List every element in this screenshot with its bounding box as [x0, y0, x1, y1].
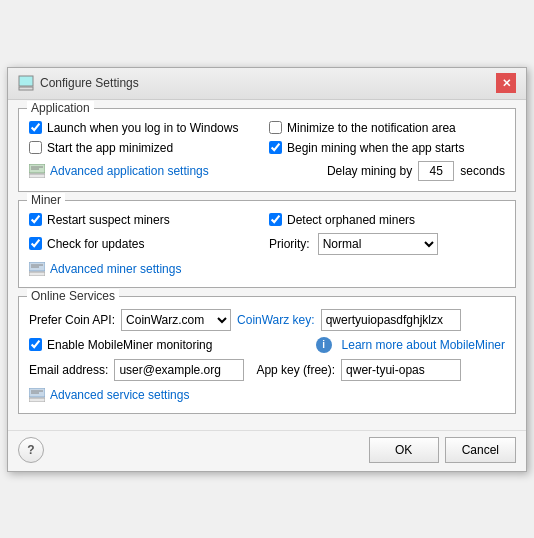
restart-miners-text: Restart suspect miners — [47, 213, 170, 227]
restart-miners-label[interactable]: Restart suspect miners — [29, 213, 170, 227]
cancel-button[interactable]: Cancel — [445, 437, 516, 463]
begin-mining-label[interactable]: Begin mining when the app starts — [269, 141, 464, 155]
learn-more-link[interactable]: Learn more about MobileMiner — [342, 338, 505, 352]
check-updates-checkbox[interactable] — [29, 237, 42, 250]
launch-text: Launch when you log in to Windows — [47, 121, 238, 135]
coinwarz-key-link[interactable]: CoinWarz key: — [237, 313, 315, 327]
advanced-service-settings-link[interactable]: Advanced service settings — [29, 387, 189, 403]
advanced-app-settings-text: Advanced application settings — [50, 164, 209, 178]
miner-section-title: Miner — [27, 193, 65, 207]
launch-checkbox-label[interactable]: Launch when you log in to Windows — [29, 121, 238, 135]
miner-row2: Check for updates Priority: Normal Low H… — [29, 233, 505, 255]
check-updates-text: Check for updates — [47, 237, 144, 251]
priority-label: Priority: — [269, 237, 310, 251]
coin-api-select[interactable]: CoinWarz.com CoinChoose.com — [121, 309, 231, 331]
help-button[interactable]: ? — [18, 437, 44, 463]
advanced-app-settings-link[interactable]: Advanced application settings — [29, 163, 209, 179]
app-col2b: Begin mining when the app starts — [269, 141, 505, 155]
app-col1c: Advanced application settings — [29, 163, 265, 179]
advanced-service-icon — [29, 387, 45, 403]
email-input[interactable] — [114, 359, 244, 381]
minimize-notification-checkbox[interactable] — [269, 121, 282, 134]
online-services-section: Online Services Prefer Coin API: CoinWar… — [18, 296, 516, 414]
minimize-notification-text: Minimize to the notification area — [287, 121, 456, 135]
detect-orphaned-checkbox[interactable] — [269, 213, 282, 226]
advanced-miner-settings-link[interactable]: Advanced miner settings — [29, 261, 181, 277]
svg-rect-7 — [29, 272, 45, 276]
delay-input[interactable] — [418, 161, 454, 181]
application-content: Launch when you log in to Windows Minimi… — [29, 121, 505, 181]
start-minimized-checkbox[interactable] — [29, 141, 42, 154]
email-label: Email address: — [29, 363, 108, 377]
advanced-miner-icon — [29, 261, 45, 277]
detect-orphaned-label[interactable]: Detect orphaned miners — [269, 213, 415, 227]
dialog-body: Application Launch when you log in to Wi… — [8, 100, 526, 430]
delay-col: Delay mining by seconds — [269, 161, 505, 181]
online-row2: Enable MobileMiner monitoring i Learn mo… — [29, 337, 505, 353]
start-minimized-text: Start the app minimized — [47, 141, 173, 155]
dialog-title: Configure Settings — [40, 76, 139, 90]
app-row1: Launch when you log in to Windows Minimi… — [29, 121, 505, 135]
mobileminer-checkbox[interactable] — [29, 338, 42, 351]
ok-button[interactable]: OK — [369, 437, 439, 463]
miner-col1: Restart suspect miners — [29, 213, 265, 227]
application-section: Application Launch when you log in to Wi… — [18, 108, 516, 192]
application-section-title: Application — [27, 101, 94, 115]
online-row3: Email address: App key (free): — [29, 359, 505, 381]
appkey-input[interactable] — [341, 359, 461, 381]
minimize-notification-label[interactable]: Minimize to the notification area — [269, 121, 456, 135]
restart-miners-checkbox[interactable] — [29, 213, 42, 226]
advanced-app-icon — [29, 163, 45, 179]
mobileminer-text: Enable MobileMiner monitoring — [47, 338, 212, 352]
delay-unit: seconds — [460, 164, 505, 178]
app-col1b: Start the app minimized — [29, 141, 265, 155]
miner-col1b: Check for updates — [29, 237, 265, 251]
appkey-label: App key (free): — [256, 363, 335, 377]
priority-col: Priority: Normal Low High Above Normal B… — [269, 233, 505, 255]
miner-col2: Detect orphaned miners — [269, 213, 505, 227]
delay-label: Delay mining by — [327, 164, 412, 178]
begin-mining-checkbox[interactable] — [269, 141, 282, 154]
mobileminer-label[interactable]: Enable MobileMiner monitoring — [29, 338, 212, 352]
miner-section: Miner Restart suspect miners Detect orph… — [18, 200, 516, 288]
check-updates-label[interactable]: Check for updates — [29, 237, 144, 251]
app-col2: Minimize to the notification area — [269, 121, 505, 135]
start-minimized-label[interactable]: Start the app minimized — [29, 141, 173, 155]
launch-checkbox[interactable] — [29, 121, 42, 134]
coinwarz-key-input[interactable] — [321, 309, 461, 331]
miner-row3: Advanced miner settings — [29, 261, 505, 277]
online-row4: Advanced service settings — [29, 387, 505, 403]
app-col1: Launch when you log in to Windows — [29, 121, 265, 135]
online-services-title: Online Services — [27, 289, 119, 303]
svg-rect-3 — [29, 174, 45, 178]
dialog-icon — [18, 75, 34, 91]
miner-content: Restart suspect miners Detect orphaned m… — [29, 213, 505, 277]
advanced-miner-settings-text: Advanced miner settings — [50, 262, 181, 276]
online-row1: Prefer Coin API: CoinWarz.com CoinChoose… — [29, 309, 505, 331]
info-icon: i — [316, 337, 332, 353]
title-bar-left: Configure Settings — [18, 75, 139, 91]
advanced-service-text: Advanced service settings — [50, 388, 189, 402]
app-row2: Start the app minimized Begin mining whe… — [29, 141, 505, 155]
footer-buttons: OK Cancel — [369, 437, 516, 463]
configure-settings-dialog: Configure Settings ✕ Application Launch … — [7, 67, 527, 472]
miner-row1: Restart suspect miners Detect orphaned m… — [29, 213, 505, 227]
close-button[interactable]: ✕ — [496, 73, 516, 93]
svg-rect-0 — [19, 76, 33, 86]
begin-mining-text: Begin mining when the app starts — [287, 141, 464, 155]
title-bar: Configure Settings ✕ — [8, 68, 526, 100]
detect-orphaned-text: Detect orphaned miners — [287, 213, 415, 227]
online-content: Prefer Coin API: CoinWarz.com CoinChoose… — [29, 309, 505, 403]
svg-rect-11 — [29, 398, 45, 402]
app-row3: Advanced application settings Delay mini… — [29, 161, 505, 181]
svg-rect-1 — [19, 87, 33, 90]
priority-select[interactable]: Normal Low High Above Normal Below Norma… — [318, 233, 438, 255]
prefer-coin-label: Prefer Coin API: — [29, 313, 115, 327]
footer: ? OK Cancel — [8, 430, 526, 471]
